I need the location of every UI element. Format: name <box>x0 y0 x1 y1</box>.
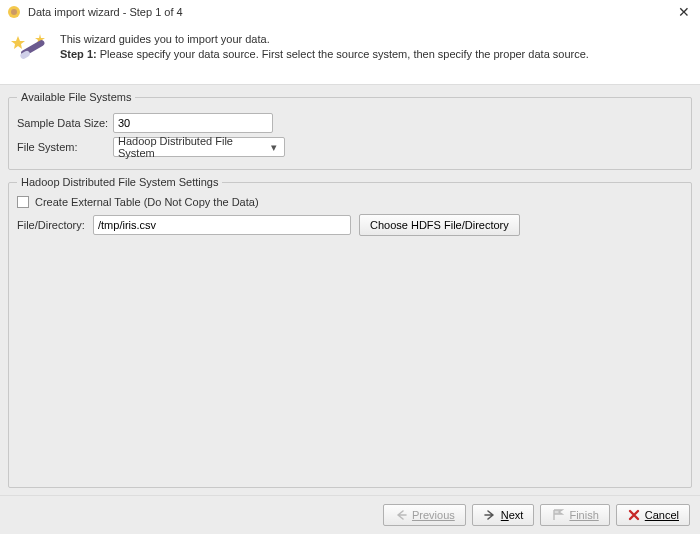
wizard-header-text: This wizard guides you to import your da… <box>60 32 589 63</box>
available-fs-legend: Available File Systems <box>17 91 135 103</box>
create-external-checkbox[interactable] <box>17 196 29 208</box>
next-button[interactable]: Next <box>472 504 535 526</box>
hdfs-settings-group: Hadoop Distributed File System Settings … <box>8 176 692 488</box>
wizard-header: This wizard guides you to import your da… <box>0 24 700 85</box>
file-system-value: Hadoop Distributed File System <box>118 135 267 159</box>
window-title: Data import wizard - Step 1 of 4 <box>28 6 674 18</box>
header-line1: This wizard guides you to import your da… <box>60 32 589 47</box>
file-system-label: File System: <box>17 141 109 153</box>
sample-size-label: Sample Data Size: <box>17 117 109 129</box>
wizard-footer: Previous Next Finish Cancel <box>0 495 700 534</box>
svg-marker-2 <box>11 36 25 49</box>
cancel-button[interactable]: Cancel <box>616 504 690 526</box>
close-icon[interactable]: ✕ <box>674 4 694 20</box>
choose-hdfs-button[interactable]: Choose HDFS File/Directory <box>359 214 520 236</box>
next-label: Next <box>501 509 524 521</box>
header-step-text: Please specify your data source. First s… <box>100 48 589 60</box>
chevron-down-icon: ▾ <box>267 141 282 154</box>
titlebar: Data import wizard - Step 1 of 4 ✕ <box>0 0 700 24</box>
arrow-right-icon <box>483 508 497 522</box>
file-system-select[interactable]: Hadoop Distributed File System ▾ <box>113 137 285 157</box>
flag-icon <box>551 508 565 522</box>
finish-label: Finish <box>569 509 598 521</box>
file-dir-label: File/Directory: <box>17 219 89 231</box>
header-step: Step 1: Please specify your data source.… <box>60 47 589 62</box>
hdfs-legend: Hadoop Distributed File System Settings <box>17 176 222 188</box>
cancel-label: Cancel <box>645 509 679 521</box>
wand-icon <box>10 32 50 72</box>
finish-button: Finish <box>540 504 609 526</box>
create-external-label: Create External Table (Do Not Copy the D… <box>35 196 259 208</box>
previous-label: Previous <box>412 509 455 521</box>
choose-hdfs-label: Choose HDFS File/Directory <box>370 219 509 231</box>
header-step-label: Step 1: <box>60 48 97 60</box>
file-dir-input[interactable] <box>93 215 351 235</box>
arrow-left-icon <box>394 508 408 522</box>
cancel-icon <box>627 508 641 522</box>
available-file-systems-group: Available File Systems Sample Data Size:… <box>8 91 692 170</box>
wizard-small-icon <box>6 4 22 20</box>
previous-button: Previous <box>383 504 466 526</box>
svg-point-1 <box>11 9 17 15</box>
sample-size-input[interactable] <box>113 113 273 133</box>
wizard-body: Available File Systems Sample Data Size:… <box>0 85 700 498</box>
